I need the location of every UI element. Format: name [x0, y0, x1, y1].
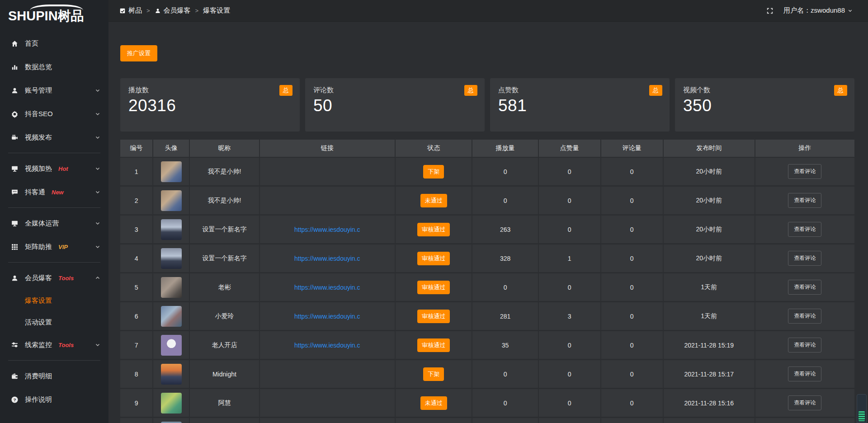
promo-settings-button[interactable]: 推广设置 [120, 45, 157, 61]
menu-divider [8, 207, 100, 208]
sidebar-item-member-baoke[interactable]: 会员爆客 Tools [0, 266, 108, 290]
sidebar-item-matrix-boost[interactable]: 矩阵助推 VIP [0, 235, 108, 258]
tools-tag: Tools [58, 342, 74, 348]
view-comments-button[interactable]: 查看评论 [788, 395, 821, 410]
sidebar-item-video-heat[interactable]: 视频加热 Hot [0, 157, 108, 180]
stat-value: 50 [313, 96, 477, 115]
row-id: 1 [120, 158, 153, 185]
video-link[interactable]: https://www.iesdouyin.c [294, 284, 360, 291]
publish-time: 2021-11-28 15:17 [664, 360, 755, 388]
stat-label: 视频个数 [683, 86, 847, 94]
monitor-icon [11, 220, 19, 227]
col-header-likes: 点赞量 [539, 140, 601, 157]
view-comments-button[interactable]: 查看评论 [788, 280, 821, 295]
plays-count: 35 [472, 331, 538, 359]
sidebar-subitem-baoke-settings[interactable]: 爆客设置 [0, 290, 108, 311]
chevron-down-icon [95, 189, 100, 195]
sidebar-item-clue-monitor[interactable]: 线索监控 Tools [0, 333, 108, 357]
user-icon [155, 8, 161, 14]
plays-count: 281 [472, 302, 538, 330]
table-row: 4 设置一个新名字 https://www.iesdouyin.c 审核通过 3… [120, 244, 854, 273]
sidebar-item-douyin-seo[interactable]: 抖音SEO [0, 102, 108, 126]
total-badge: 总 [834, 85, 847, 96]
sidebar-item-help[interactable]: ? 操作说明 [0, 388, 108, 411]
svg-text:?: ? [13, 397, 16, 402]
avatar [161, 277, 182, 298]
col-header-link: 链接 [260, 140, 396, 157]
comments-count: 0 [601, 158, 664, 185]
breadcrumb: 树品 > 会员爆客 > 爆客设置 [119, 6, 230, 15]
logo-text-en: SHUPIN [8, 9, 58, 23]
avatar [161, 161, 182, 182]
total-badge: 总 [649, 85, 662, 96]
video-link[interactable]: https://www.iesdouyin.c [294, 313, 360, 320]
view-comments-button[interactable]: 查看评论 [788, 338, 821, 352]
user-menu[interactable]: 用户名：zswodun88 [783, 6, 853, 15]
col-header-comments: 评论量 [601, 140, 664, 157]
publish-time: 1天前 [664, 302, 755, 330]
brand-logo: SHUPIN树品 [0, 0, 108, 25]
view-comments-button[interactable]: 查看评论 [788, 309, 821, 324]
sidebar-item-video-publish[interactable]: 视频发布 [0, 126, 108, 149]
likes-count: 0 [539, 360, 601, 388]
comments-count: 0 [601, 360, 664, 388]
breadcrumb-separator: > [195, 7, 199, 14]
breadcrumb-root[interactable]: 树品 [119, 6, 142, 15]
table-row: 8 Midnight 下架 0 0 0 2021-11-28 15:17 查看评… [120, 360, 854, 389]
row-id: 2 [120, 187, 153, 214]
sidebar-item-all-media[interactable]: 全媒体运营 [0, 212, 108, 235]
menu-divider [8, 360, 100, 361]
menu-divider [8, 262, 100, 263]
sidebar-item-douketong[interactable]: 抖客通 New [0, 180, 108, 204]
nickname: 设置一个新名字 [190, 244, 259, 272]
status-badge: 未通过 [420, 396, 447, 410]
likes-count: 0 [539, 331, 601, 359]
chevron-up-icon [95, 275, 100, 281]
view-comments-button[interactable]: 查看评论 [788, 367, 821, 381]
sidebar-item-data-overview[interactable]: 数据总览 [0, 55, 108, 79]
stat-card-plays: 播放数 20316 总 [120, 78, 300, 132]
plays-count: 0 [472, 187, 538, 214]
fullscreen-icon[interactable] [766, 7, 774, 14]
video-link[interactable]: https://www.iesdouyin.c [294, 255, 360, 262]
status-badge: 下架 [423, 165, 444, 179]
avatar [161, 306, 182, 327]
sidebar-item-consumption-detail[interactable]: 消费明细 [0, 364, 108, 388]
comments-count [601, 418, 664, 423]
video-link[interactable]: https://www.iesdouyin.c [294, 342, 360, 349]
sidebar-item-home[interactable]: 首页 [0, 32, 108, 55]
stat-card-comments: 评论数 50 总 [305, 78, 485, 132]
comments-count: 0 [601, 216, 664, 243]
col-header-id: 编号 [120, 140, 153, 157]
sidebar-subitem-activity-settings[interactable]: 活动设置 [0, 311, 108, 333]
video-link[interactable]: https://www.iesdouyin.c [294, 226, 360, 233]
table-row: 5 老彬 https://www.iesdouyin.c 审核通过 0 0 0 … [120, 273, 854, 302]
col-header-avatar: 头像 [153, 140, 190, 157]
comments-count: 0 [601, 187, 664, 214]
nickname: 设置一个新名字 [190, 216, 259, 243]
user-icon [11, 274, 19, 282]
view-comments-button[interactable]: 查看评论 [788, 222, 821, 237]
status-badge: 审核通过 [417, 310, 450, 323]
view-comments-button[interactable]: 查看评论 [788, 251, 821, 266]
comments-count: 0 [601, 302, 664, 330]
chevron-down-icon [95, 111, 100, 117]
nickname: 小爱玲 [190, 302, 259, 330]
view-comments-button[interactable]: 查看评论 [788, 164, 821, 179]
chevron-down-icon [95, 342, 100, 348]
comments-count: 0 [601, 389, 664, 417]
table-row [120, 418, 854, 423]
view-comments-button[interactable]: 查看评论 [788, 193, 821, 208]
likes-count: 3 [539, 302, 601, 330]
tv-icon [11, 165, 19, 173]
stat-value: 581 [498, 96, 662, 115]
publish-time: 2021-11-28 15:19 [664, 331, 755, 359]
vip-tag: VIP [58, 244, 68, 250]
breadcrumb-member-baoke[interactable]: 会员爆客 [155, 6, 191, 15]
avatar [161, 393, 182, 414]
sidebar-item-account[interactable]: 账号管理 [0, 79, 108, 102]
nickname: 老人开店 [190, 331, 259, 359]
likes-count: 0 [539, 158, 601, 185]
stat-label: 播放数 [128, 86, 292, 94]
floating-helper-widget[interactable] [857, 394, 867, 423]
